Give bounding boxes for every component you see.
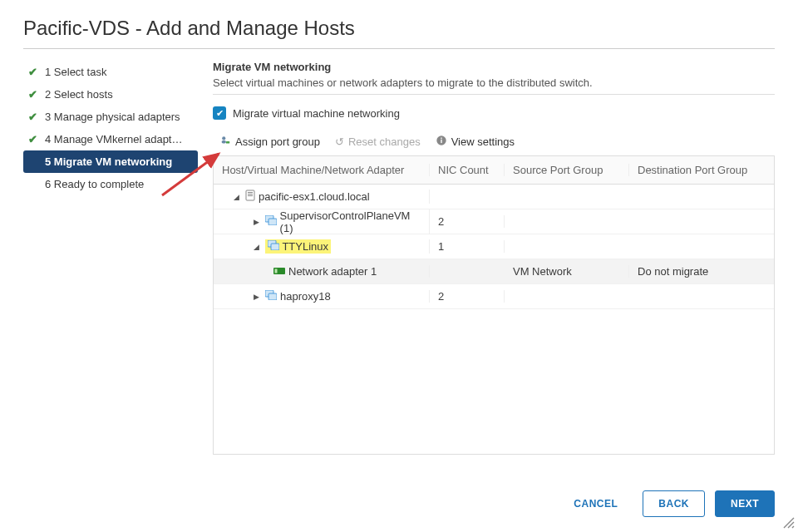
svg-rect-4 xyxy=(441,140,441,143)
svg-rect-11 xyxy=(268,219,277,225)
section-title: Migrate VM networking xyxy=(213,61,775,73)
assign-icon xyxy=(219,135,231,149)
destination-port-group: Do not migrate xyxy=(629,265,774,278)
vm-name: haproxy18 xyxy=(280,290,331,303)
table-row-host[interactable]: ◢ pacific-esx1.cloud.local xyxy=(214,185,774,209)
table-row-vm[interactable]: ▶ SupervisorControlPlaneVM (1) 2 xyxy=(214,209,774,234)
migration-grid: Host/Virtual Machine/Network Adapter NIC… xyxy=(213,155,775,455)
check-icon: ✔ xyxy=(28,111,40,123)
svg-rect-7 xyxy=(248,192,253,193)
svg-rect-8 xyxy=(248,194,253,195)
back-button[interactable]: BACK xyxy=(643,490,705,517)
expand-icon[interactable]: ▶ xyxy=(254,218,262,226)
cancel-button[interactable]: CANCEL xyxy=(559,491,633,516)
table-row-vm-selected[interactable]: ◢ TTYLinux 1 xyxy=(214,234,774,259)
host-name: pacific-esx1.cloud.local xyxy=(259,190,370,203)
checkbox-checked-icon[interactable]: ✔ xyxy=(213,106,226,120)
col-source-port-group[interactable]: Source Port Group xyxy=(505,164,629,176)
step-manage-physical-adapters[interactable]: ✔ 3 Manage physical adapters xyxy=(23,106,198,128)
assign-label: Assign port group xyxy=(235,135,320,148)
adapter-name: Network adapter 1 xyxy=(288,265,377,278)
migrate-checkbox-label: Migrate virtual machine networking xyxy=(233,107,400,120)
migrate-checkbox-row[interactable]: ✔ Migrate virtual machine networking xyxy=(213,106,775,120)
view-settings-button[interactable]: View settings xyxy=(436,135,515,149)
toolbar: Assign port group ↺ Reset changes View s… xyxy=(213,131,775,155)
reset-icon: ↺ xyxy=(335,135,344,148)
step-label: 5 Migrate VM networking xyxy=(45,155,172,168)
info-icon xyxy=(436,135,447,149)
vm-name: TTYLinux xyxy=(282,240,328,253)
step-label: 3 Manage physical adapters xyxy=(45,111,180,123)
nic-count: 2 xyxy=(430,215,505,228)
page-title: Pacific-VDS - Add and Manage Hosts xyxy=(23,17,775,49)
next-button[interactable]: NEXT xyxy=(715,490,775,517)
check-icon: ✔ xyxy=(28,133,40,145)
check-icon: ✔ xyxy=(28,88,40,101)
svg-rect-2 xyxy=(226,141,229,144)
expand-icon[interactable]: ◢ xyxy=(234,193,242,201)
expand-icon[interactable]: ◢ xyxy=(254,243,262,251)
col-destination-port-group[interactable]: Destination Port Group xyxy=(629,164,774,176)
assign-port-group-button[interactable]: Assign port group xyxy=(219,135,320,149)
svg-rect-17 xyxy=(268,293,277,300)
nic-count: 1 xyxy=(430,240,505,253)
reset-label: Reset changes xyxy=(348,135,421,148)
step-manage-vmkernel-adapters[interactable]: ✔ 4 Manage VMkernel adapt… xyxy=(23,128,198,150)
svg-rect-15 xyxy=(275,269,278,273)
vm-name: SupervisorControlPlaneVM (1) xyxy=(280,209,421,234)
step-migrate-vm-networking[interactable]: ✔ 5 Migrate VM networking xyxy=(23,150,198,173)
vm-icon xyxy=(265,215,277,228)
step-label: 1 Select task xyxy=(45,66,106,78)
vm-icon xyxy=(265,290,277,303)
svg-rect-13 xyxy=(271,244,279,250)
resize-handle-icon[interactable] xyxy=(783,517,795,529)
svg-rect-9 xyxy=(248,195,253,196)
reset-changes-button: ↺ Reset changes xyxy=(335,135,421,148)
source-port-group: VM Network xyxy=(505,265,629,278)
grid-body: ◢ pacific-esx1.cloud.local ▶ S xyxy=(214,185,774,454)
nic-count: 2 xyxy=(430,290,505,303)
svg-rect-5 xyxy=(441,138,441,139)
wizard-steps: ✔ 1 Select task ✔ 2 Select hosts ✔ 3 Man… xyxy=(23,61,198,455)
svg-rect-1 xyxy=(222,140,226,144)
table-row-adapter[interactable]: Network adapter 1 VM Network Do not migr… xyxy=(214,259,774,284)
step-select-task[interactable]: ✔ 1 Select task xyxy=(23,61,198,83)
check-icon: ✔ xyxy=(28,66,40,78)
step-ready-to-complete[interactable]: ✔ 6 Ready to complete xyxy=(23,173,198,195)
vm-icon xyxy=(268,240,282,253)
divider xyxy=(213,94,775,95)
wizard-footer: CANCEL BACK NEXT xyxy=(559,490,775,517)
expand-icon[interactable]: ▶ xyxy=(254,293,262,301)
nic-icon xyxy=(273,265,285,278)
step-label: 6 Ready to complete xyxy=(45,178,144,190)
col-nic-count[interactable]: NIC Count xyxy=(430,164,505,176)
svg-point-0 xyxy=(222,136,225,140)
step-label: 4 Manage VMkernel adapt… xyxy=(45,133,182,145)
step-select-hosts[interactable]: ✔ 2 Select hosts xyxy=(23,83,198,106)
view-label: View settings xyxy=(451,135,515,148)
col-host-vm-adapter[interactable]: Host/Virtual Machine/Network Adapter xyxy=(214,164,430,176)
host-icon xyxy=(245,190,255,204)
grid-header: Host/Virtual Machine/Network Adapter NIC… xyxy=(214,156,774,185)
table-row-vm[interactable]: ▶ haproxy18 2 xyxy=(214,284,774,309)
step-label: 2 Select hosts xyxy=(45,88,113,101)
section-desc: Select virtual machines or network adapt… xyxy=(213,76,775,89)
highlighted-vm: TTYLinux xyxy=(265,239,331,254)
